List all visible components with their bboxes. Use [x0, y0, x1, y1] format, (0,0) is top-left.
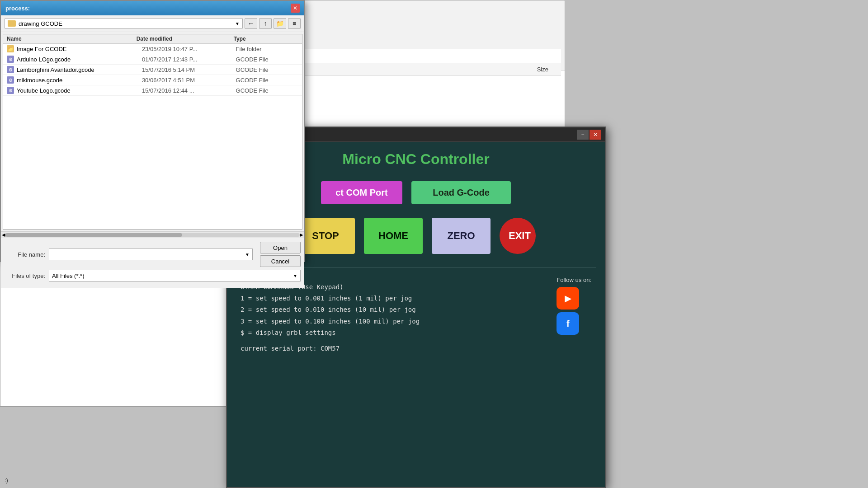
file-item[interactable]: ⚙Lamborghini Avantador.gcode15/07/2016 5…	[3, 65, 302, 75]
scroll-left-btn[interactable]: ◀	[2, 232, 5, 237]
file-date: 15/07/2016 12:44 ...	[142, 87, 236, 94]
com-port-button[interactable]: ct COM Port	[321, 181, 402, 204]
cnc-minimize-button[interactable]: −	[577, 130, 589, 140]
file-name: Youtube Logo.gcode	[17, 87, 142, 94]
file-name-input-wrapper: ▼	[49, 249, 253, 260]
file-rows-container: 📁Image For GCODE23/05/2019 10:47 P...Fil…	[3, 44, 302, 96]
file-date: 23/05/2019 10:47 P...	[142, 46, 236, 52]
file-item[interactable]: ⚙Arduino LOgo.gcode01/07/2017 12:43 P...…	[3, 54, 302, 65]
cnc-info-lines: 1 = set speed to 0.001 inches (1 mil) pe…	[241, 293, 596, 338]
cnc-info-line: 3 = set speed to 0.100 inches (100 mil) …	[241, 316, 596, 327]
files-type-dropdown-arrow[interactable]: ▼	[293, 273, 297, 278]
file-date: 30/06/2017 4:51 PM	[142, 77, 236, 84]
file-date: 01/07/2017 12:43 P...	[142, 56, 236, 63]
files-type-label: Files of type:	[5, 272, 45, 279]
social-title: Follow us on:	[557, 277, 591, 283]
footer-buttons: Open Cancel	[260, 242, 301, 267]
file-name: Image For GCODE	[17, 46, 142, 52]
file-type: File folder	[236, 46, 298, 52]
date-column-header: Date modified	[137, 36, 234, 42]
name-column-header: Name	[7, 36, 137, 42]
back-icon: ←	[248, 20, 254, 27]
taskbar-hint: :)	[5, 477, 8, 483]
youtube-icon: ▶	[565, 293, 571, 304]
dialog-title: process:	[5, 5, 30, 12]
dialog-toolbar: drawing GCODE ▼ ← ↑ 📁 ≡	[1, 15, 304, 32]
cnc-info-line: 2 = set speed to 0.010 inches (10 mil) p…	[241, 304, 596, 315]
view-button[interactable]: ≡	[288, 18, 301, 29]
files-type-row: Files of type: All Files (*.*) ▼	[5, 270, 301, 282]
open-file-dialog: process: ✕ drawing GCODE ▼ ← ↑ 📁 ≡ Nam	[0, 0, 305, 262]
file-item[interactable]: ⚙Youtube Logo.gcode15/07/2016 12:44 ...G…	[3, 85, 302, 96]
view-icon: ≡	[292, 20, 296, 27]
file-item[interactable]: ⚙mikimouse.gcode30/06/2017 4:51 PMGCODE …	[3, 75, 302, 85]
file-icon: ⚙	[7, 87, 14, 94]
files-type-value: All Files (*.*)	[52, 272, 85, 279]
file-list: Name Date modified Type 📁Image For GCODE…	[3, 34, 302, 230]
cnc-info-line: $ = display grbl settings	[241, 327, 596, 338]
file-date: 15/07/2016 5:14 PM	[142, 66, 236, 73]
scroll-thumb[interactable]	[5, 233, 182, 237]
file-type: GCODE File	[236, 56, 298, 63]
home-button[interactable]: HOME	[364, 218, 423, 254]
up-button[interactable]: ↑	[259, 18, 272, 29]
dialog-close-button[interactable]: ✕	[291, 4, 300, 13]
file-name: Arduino LOgo.gcode	[17, 56, 142, 63]
file-name: Lamborghini Avantador.gcode	[17, 66, 142, 73]
back-button[interactable]: ←	[245, 18, 257, 29]
file-name-label: File name:	[5, 251, 45, 258]
dialog-titlebar: process: ✕	[1, 1, 304, 15]
dialog-footer: File name: ▼ Open Cancel Files of type: …	[1, 238, 304, 288]
open-button[interactable]: Open	[260, 242, 301, 253]
file-name: mikimouse.gcode	[17, 77, 142, 84]
file-list-header: Name Date modified Type	[3, 34, 302, 44]
file-name-dropdown-arrow[interactable]: ▼	[245, 252, 250, 257]
folder-dropdown-arrow: ▼	[235, 21, 240, 26]
serial-port-info: current serial port: COM57	[241, 343, 596, 354]
new-folder-icon: 📁	[276, 20, 284, 27]
cnc-close-button[interactable]: ✕	[590, 130, 601, 140]
file-icon: ⚙	[7, 56, 14, 63]
scroll-track[interactable]	[5, 233, 300, 237]
folder-icon	[8, 20, 16, 27]
file-type: GCODE File	[236, 77, 298, 84]
file-type: GCODE File	[236, 66, 298, 73]
up-icon: ↑	[264, 20, 267, 27]
scroll-right-btn[interactable]: ▶	[300, 232, 303, 237]
file-name-row: File name: ▼ Open Cancel	[5, 242, 301, 267]
file-icon: ⚙	[7, 76, 14, 84]
file-item[interactable]: 📁Image For GCODE23/05/2019 10:47 P...Fil…	[3, 44, 302, 54]
horizontal-scrollbar[interactable]: ◀ ▶	[1, 231, 304, 238]
size-column-header: Size	[537, 66, 557, 73]
facebook-icon: f	[566, 319, 570, 329]
load-gcode-button[interactable]: Load G-Code	[411, 181, 511, 204]
file-name-input[interactable]	[52, 251, 245, 258]
exit-button[interactable]: EXIT	[500, 218, 536, 254]
youtube-button[interactable]: ▶	[557, 287, 579, 310]
files-type-input-wrapper: All Files (*.*) ▼	[49, 270, 301, 282]
folder-select-dropdown[interactable]: drawing GCODE ▼	[5, 18, 243, 29]
file-type: GCODE File	[236, 87, 298, 94]
zero-button[interactable]: ZERO	[432, 218, 491, 254]
file-icon: ⚙	[7, 66, 14, 73]
new-folder-button[interactable]: 📁	[274, 18, 286, 29]
cnc-info-line: 1 = set speed to 0.001 inches (1 mil) pe…	[241, 293, 596, 304]
facebook-button[interactable]: f	[557, 312, 579, 335]
file-icon: 📁	[7, 45, 14, 52]
type-column-header: Type	[234, 36, 298, 42]
cancel-button[interactable]: Cancel	[260, 255, 301, 267]
folder-name-label: drawing GCODE	[19, 20, 62, 27]
social-section: Follow us on: ▶ f	[557, 277, 591, 335]
cnc-info-section: OTHER COMMANDS (Use Keypad) 1 = set spee…	[236, 282, 596, 354]
dialog-content: Name Date modified Type 📁Image For GCODE…	[1, 32, 304, 231]
